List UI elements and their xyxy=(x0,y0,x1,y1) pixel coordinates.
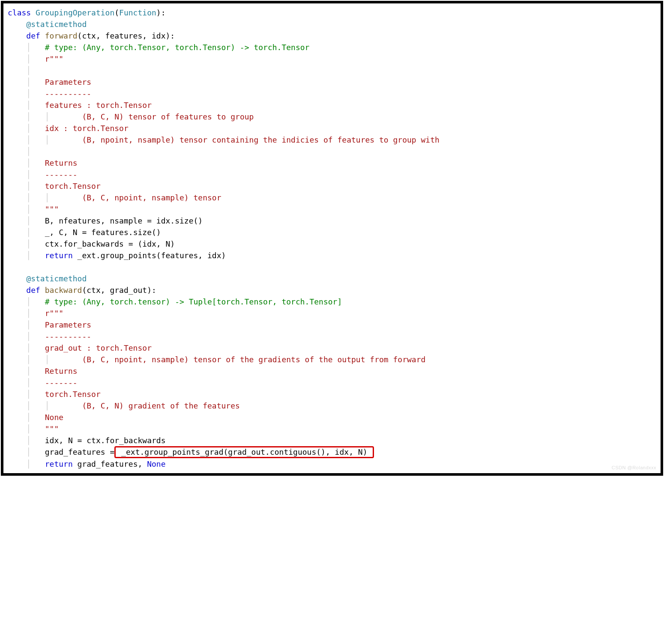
type-comment: # type: (Any, torch.Tensor, torch.Tensor… xyxy=(45,43,310,52)
base-class: Function xyxy=(119,8,156,17)
keyword-none: None xyxy=(147,459,165,468)
docstring-line: Returns xyxy=(45,158,78,167)
docstring-line: grad_out : torch.Tensor xyxy=(45,343,152,352)
docstring: r""" xyxy=(45,54,63,63)
keyword-def: def xyxy=(26,286,40,295)
docstring-line: Parameters xyxy=(45,320,91,329)
docstring-line: None xyxy=(45,413,63,422)
code-line: grad_features, xyxy=(73,459,147,468)
docstring-line: features : torch.Tensor xyxy=(45,101,152,110)
docstring-line: """ xyxy=(45,205,59,214)
docstring-line: (B, C, npoint, nsample) tensor of the gr… xyxy=(63,355,425,364)
docstring-line: idx : torch.Tensor xyxy=(45,124,129,133)
docstring-line: Returns xyxy=(45,367,78,376)
docstring-line: ---------- xyxy=(45,89,91,98)
function-name-backward: backward xyxy=(45,286,82,295)
docstring-line: torch.Tensor xyxy=(45,182,101,191)
watermark: CSDN @Rolandxxx xyxy=(612,464,656,471)
code-line: B, nfeatures, nsample xyxy=(45,216,147,225)
docstring-line: torch.Tensor xyxy=(45,390,101,399)
docstring-line: Parameters xyxy=(45,78,91,86)
docstring-line: ---------- xyxy=(45,332,91,341)
docstring-line: (B, C, npoint, nsample) tensor xyxy=(63,193,221,202)
decorator: @staticmethod xyxy=(26,274,87,283)
function-name-forward: forward xyxy=(45,31,78,40)
code-line: ctx.for_backwards xyxy=(45,239,129,248)
code-line: _, C, N xyxy=(45,228,82,237)
code-container: class GroupingOperation(Function): @stat… xyxy=(1,1,663,476)
keyword-class: class xyxy=(8,8,31,17)
code-block: class GroupingOperation(Function): @stat… xyxy=(8,7,656,470)
code-line: grad_features xyxy=(45,447,110,456)
code-line: idx, N xyxy=(45,436,78,445)
docstring-line: """ xyxy=(45,424,59,433)
docstring-line: (B, C, N) tensor of features to group xyxy=(63,112,254,121)
docstring-line: ------- xyxy=(45,170,78,179)
code-line: _ext.group_points(features, idx) xyxy=(73,251,226,260)
type-comment: # type: (Any, torch.tensor) -> Tuple[tor… xyxy=(45,297,342,306)
docstring: r""" xyxy=(45,309,63,318)
keyword-def: def xyxy=(26,31,40,40)
decorator: @staticmethod xyxy=(26,20,87,29)
docstring-line: (B, npoint, nsample) tensor containing t… xyxy=(63,135,440,144)
keyword-return: return xyxy=(45,251,73,260)
docstring-line: ------- xyxy=(45,378,78,387)
keyword-return: return xyxy=(45,459,73,468)
class-name: GroupingOperation xyxy=(36,8,114,17)
highlighted-code: _ext.group_points_grad(grad_out.contiguo… xyxy=(114,446,374,458)
docstring-line: (B, C, N) gradient of the features xyxy=(63,401,240,410)
